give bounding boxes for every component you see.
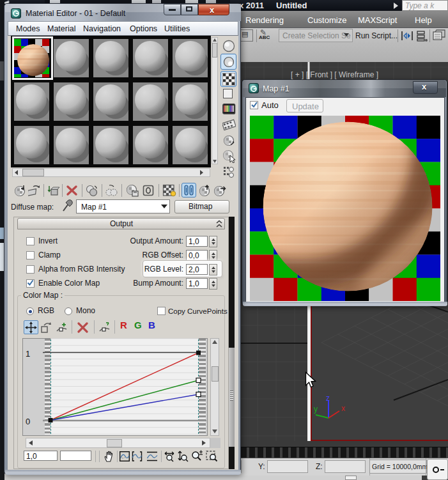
svg-text:y: y (314, 405, 318, 414)
svg-text:z: z (326, 394, 330, 403)
svg-text:x: x (341, 404, 345, 413)
